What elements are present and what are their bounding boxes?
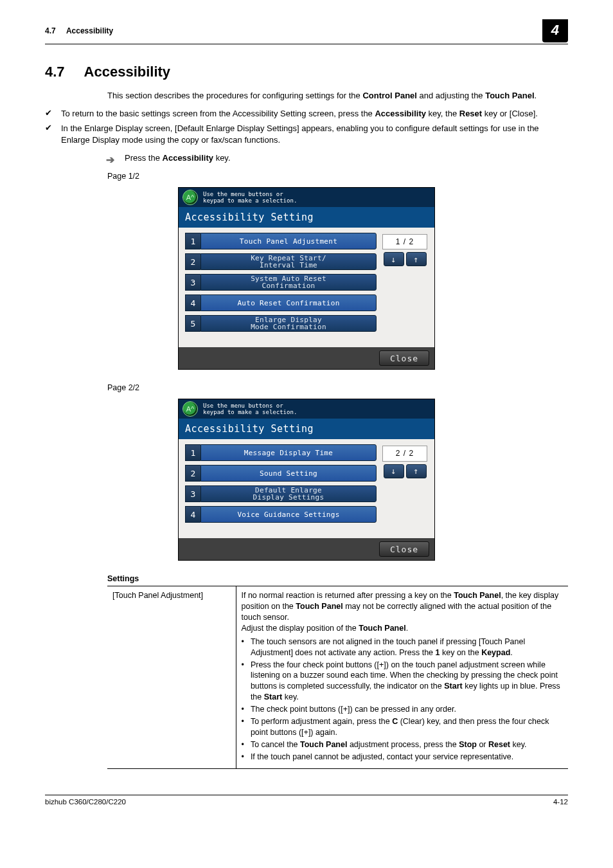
table-row: [Touch Panel Adjustment] If no normal re… xyxy=(107,586,568,769)
list-item: •Press the four check point buttons ([+]… xyxy=(242,660,564,703)
page-up-button[interactable]: ↑ xyxy=(406,252,427,266)
menu-item[interactable]: 2Key Repeat Start/ Interval Time xyxy=(185,253,377,270)
menu-item-number: 2 xyxy=(185,465,200,482)
list-item: •The touch sensors are not aligned in th… xyxy=(242,637,564,658)
accessibility-setting-screenshot-2: A^ Use the menu buttons or keypad to mak… xyxy=(178,399,435,561)
setting-name: [Touch Panel Adjustment] xyxy=(107,586,236,769)
page-indicator: 2 / 2 xyxy=(382,446,427,461)
menu-item-label: Key Repeat Start/ Interval Time xyxy=(200,253,377,270)
running-header-left: 4.7 Accessibility xyxy=(45,26,113,36)
footer-model: bizhub C360/C280/C220 xyxy=(45,797,126,808)
list-item: •If the touch panel cannot be adjusted, … xyxy=(242,752,564,763)
list-item-text: If the touch panel cannot be adjusted, c… xyxy=(251,752,513,763)
list-item-text: To perform adjustment again, press the C… xyxy=(251,716,563,738)
close-button[interactable]: Close xyxy=(379,541,429,557)
menu-item-number: 4 xyxy=(185,294,200,311)
page-running-header: 4.7 Accessibility 4 xyxy=(45,19,568,44)
page-indicator: 1 / 2 xyxy=(382,234,427,249)
screenshot-page-label: Page 1/2 xyxy=(107,171,568,182)
section-heading: 4.7 Accessibility xyxy=(45,62,568,82)
menu-item[interactable]: 5Enlarge Display Mode Confirmation xyxy=(185,315,377,332)
menu-item-label: Default Enlarge Display Settings xyxy=(200,485,377,502)
menu-item-number: 1 xyxy=(185,444,200,461)
arrow-right-icon: ➔ xyxy=(106,153,114,167)
menu-item-number: 3 xyxy=(185,485,200,502)
menu-item-number: 2 xyxy=(185,253,200,270)
menu-item-label: System Auto Reset Confirmation xyxy=(200,274,377,291)
screenshot-page-label: Page 2/2 xyxy=(107,383,568,393)
menu-item-number: 3 xyxy=(185,274,200,291)
list-item: •To perform adjustment again, press the … xyxy=(242,716,564,738)
accessibility-icon: A^ xyxy=(182,401,198,417)
menu-item[interactable]: 1Message Display Time xyxy=(185,444,377,461)
menu-item-label: Message Display Time xyxy=(200,444,377,461)
prereq-text: To return to the basic settings screen f… xyxy=(61,108,538,120)
hint-bar: A^ Use the menu buttons or keypad to mak… xyxy=(179,399,434,419)
page-up-button[interactable]: ↑ xyxy=(406,464,427,478)
menu-item[interactable]: 4Auto Reset Confirmation xyxy=(185,294,377,311)
pager: 1 / 2 ↓ ↑ xyxy=(382,234,428,336)
list-item: •To cancel the Touch Panel adjustment pr… xyxy=(242,739,564,750)
intro-paragraph: This section describes the procedures fo… xyxy=(107,90,568,102)
menu-item[interactable]: 4Voice Guidance Settings xyxy=(185,506,377,523)
menu-item[interactable]: 1Touch Panel Adjustment xyxy=(185,233,377,249)
chapter-number-tab: 4 xyxy=(542,19,568,42)
accessibility-setting-screenshot-1: A^ Use the menu buttons or keypad to mak… xyxy=(178,187,435,370)
footer-page-number: 4-12 xyxy=(553,797,568,808)
hint-bar: A^ Use the menu buttons or keypad to mak… xyxy=(179,188,434,207)
list-item: •The check point buttons ([+]) can be pr… xyxy=(242,704,564,715)
menu-item-label: Voice Guidance Settings xyxy=(200,506,377,523)
menu-item-label: Auto Reset Confirmation xyxy=(200,294,377,311)
menu-item-label: Sound Setting xyxy=(200,465,377,482)
section-title: Accessibility xyxy=(84,62,171,82)
hint-text: Use the menu buttons or keypad to make a… xyxy=(203,191,297,204)
bullet-icon: • xyxy=(242,752,244,763)
list-item-text: The touch sensors are not aligned in the… xyxy=(251,637,563,658)
bullet-icon: • xyxy=(242,716,244,738)
menu-item-label: Touch Panel Adjustment xyxy=(200,233,377,249)
header-section-name: Accessibility xyxy=(66,26,113,35)
prerequisite-list: ✔ To return to the basic settings screen… xyxy=(45,108,568,146)
prereq-item: ✔ To return to the basic settings screen… xyxy=(45,108,568,120)
menu-item[interactable]: 3Default Enlarge Display Settings xyxy=(185,485,377,502)
settings-table: [Touch Panel Adjustment] If no normal re… xyxy=(107,586,568,769)
list-item-text: To cancel the Touch Panel adjustment pro… xyxy=(251,739,527,750)
pager: 2 / 2 ↓ ↑ xyxy=(382,446,428,527)
prereq-text: In the Enlarge Display screen, [Default … xyxy=(61,123,568,145)
page-footer: bizhub C360/C280/C220 4-12 xyxy=(45,795,568,808)
setting-description: If no normal reaction is returned after … xyxy=(236,586,568,769)
accessibility-icon: A^ xyxy=(182,190,198,205)
settings-heading: Settings xyxy=(107,574,568,584)
bullet-icon: • xyxy=(242,660,244,703)
screen-title: Accessibility Setting xyxy=(179,419,434,439)
prereq-item: ✔ In the Enlarge Display screen, [Defaul… xyxy=(45,123,568,145)
checkmark-icon: ✔ xyxy=(45,123,52,146)
page-down-button[interactable]: ↓ xyxy=(384,464,404,478)
menu-item[interactable]: 2Sound Setting xyxy=(185,465,377,482)
menu-item[interactable]: 3System Auto Reset Confirmation xyxy=(185,274,377,291)
menu-item-number: 1 xyxy=(185,233,200,249)
menu-item-number: 4 xyxy=(185,506,200,523)
bullet-icon: • xyxy=(242,704,244,715)
list-item-text: The check point buttons ([+]) can be pre… xyxy=(251,704,456,715)
section-number: 4.7 xyxy=(45,62,65,82)
step-text: Press the Accessibility key. xyxy=(125,152,231,167)
list-item-text: Press the four check point buttons ([+])… xyxy=(251,660,563,703)
procedure-step: ➔ Press the Accessibility key. xyxy=(107,152,568,167)
menu-item-number: 5 xyxy=(185,315,200,332)
page-down-button[interactable]: ↓ xyxy=(384,252,404,266)
bullet-icon: • xyxy=(242,637,244,658)
hint-text: Use the menu buttons or keypad to make a… xyxy=(203,402,297,416)
header-section-num: 4.7 xyxy=(45,26,56,35)
menu-item-label: Enlarge Display Mode Confirmation xyxy=(200,315,377,332)
checkmark-icon: ✔ xyxy=(45,109,52,120)
bullet-icon: • xyxy=(242,739,244,750)
screen-title: Accessibility Setting xyxy=(179,207,434,228)
close-button[interactable]: Close xyxy=(379,350,429,366)
